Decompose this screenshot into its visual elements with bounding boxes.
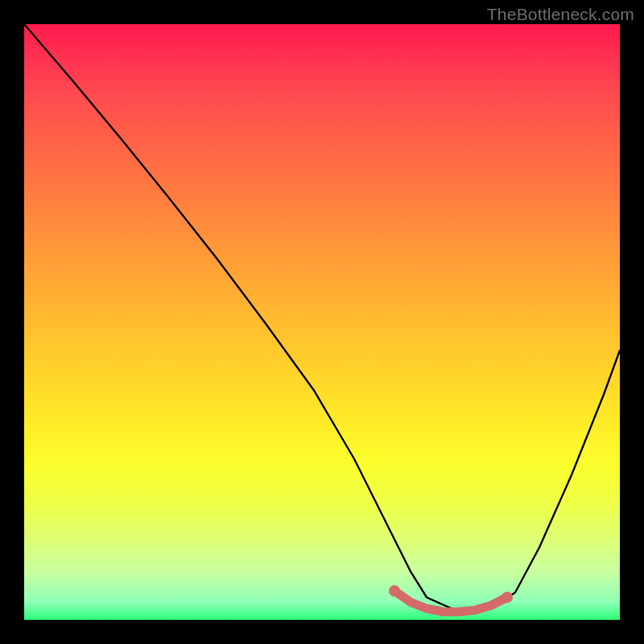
chart-frame: TheBottleneck.com [0, 0, 644, 644]
highlight-start-dot [389, 585, 400, 597]
bottleneck-curve [24, 24, 620, 612]
plot-area [24, 24, 620, 620]
watermark-text: TheBottleneck.com [487, 5, 634, 24]
highlight-segment [394, 591, 507, 612]
highlight-end-dot [502, 592, 513, 603]
chart-svg [24, 24, 620, 620]
